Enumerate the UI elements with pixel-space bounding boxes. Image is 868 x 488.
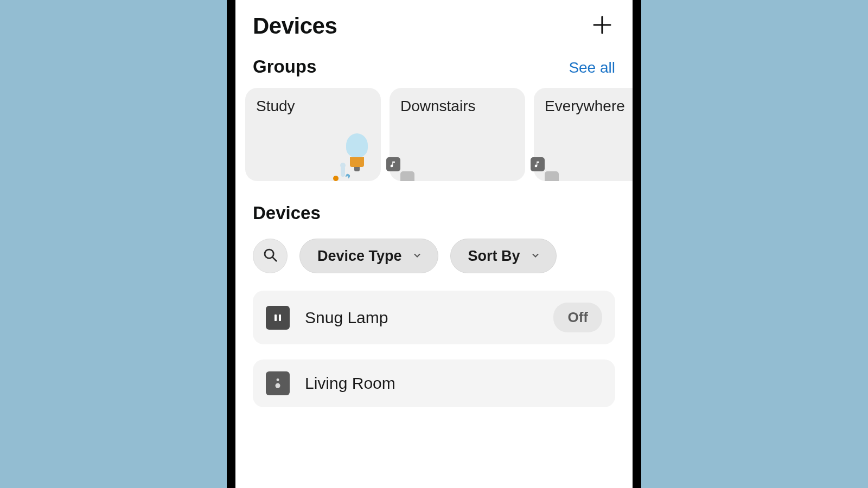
svg-rect-2 <box>275 314 277 321</box>
search-button[interactable] <box>253 239 288 273</box>
page-title: Devices <box>253 13 337 39</box>
svg-point-6 <box>276 383 280 388</box>
plug-icon <box>266 306 290 330</box>
device-name: Living Room <box>305 374 602 393</box>
group-card-title: Study <box>256 98 370 115</box>
svg-rect-3 <box>279 314 281 321</box>
light-bulb-icon <box>344 133 370 171</box>
device-row-living-room[interactable]: Living Room <box>253 359 615 407</box>
device-type-filter[interactable]: Device Type <box>299 239 438 273</box>
svg-point-5 <box>277 378 279 381</box>
groups-heading: Groups <box>253 56 316 77</box>
device-type-label: Device Type <box>317 248 402 265</box>
group-card-downstairs[interactable]: Downstairs <box>390 88 525 181</box>
device-name: Snug Lamp <box>305 309 538 327</box>
plus-icon <box>591 14 613 38</box>
sort-by-filter[interactable]: Sort By <box>450 239 557 273</box>
group-card-everywhere[interactable]: Everywhere <box>534 88 633 181</box>
add-button[interactable] <box>589 13 615 39</box>
group-card-title: Everywhere <box>545 98 633 115</box>
chevron-down-icon <box>412 248 423 265</box>
sort-by-label: Sort By <box>468 248 520 265</box>
chevron-down-icon <box>530 248 541 265</box>
svg-line-1 <box>272 257 276 261</box>
groups-carousel[interactable]: Study Downstairs <box>245 88 633 181</box>
devices-heading: Devices <box>253 203 615 223</box>
group-card-study[interactable]: Study <box>245 88 381 181</box>
speaker-icon <box>266 371 290 395</box>
groups-see-all-link[interactable]: See all <box>569 59 615 76</box>
search-icon <box>262 247 278 265</box>
device-toggle[interactable]: Off <box>553 303 602 332</box>
group-card-title: Downstairs <box>400 98 514 115</box>
device-row-snug-lamp[interactable]: Snug Lamp Off <box>253 291 615 344</box>
